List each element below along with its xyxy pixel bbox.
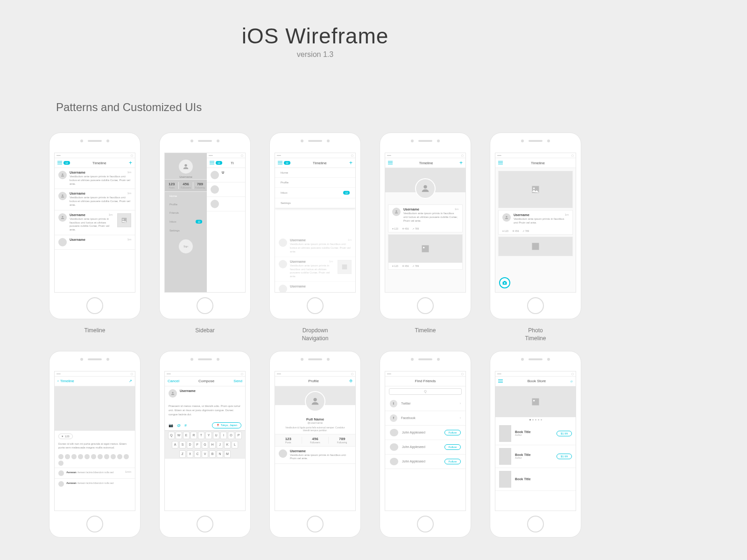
home-button[interactable]	[527, 297, 544, 314]
sidebar-item-inbox[interactable]: Inbox12	[165, 217, 207, 226]
timeline-post[interactable]: Username1mVestibulum ante ipsum primis i…	[55, 210, 135, 235]
menu-button[interactable]	[388, 161, 393, 165]
home-button[interactable]	[417, 297, 434, 314]
key-k[interactable]: K	[224, 441, 231, 448]
book-row[interactable]: Book Title	[495, 468, 576, 491]
menu-button[interactable]: 12	[57, 161, 70, 165]
home-button[interactable]	[307, 297, 324, 314]
page-subtitle: version 1.3	[0, 50, 630, 59]
friend-row[interactable]: John AppleseedFollow	[385, 440, 465, 455]
compose-textarea[interactable]: Praesent id metus massa, ut blandit odio…	[165, 400, 245, 420]
home-button[interactable]	[417, 516, 434, 532]
price-button[interactable]: $1.99	[557, 431, 572, 436]
signout-button[interactable]: Sign	[179, 239, 193, 253]
profile-avatar[interactable]	[179, 160, 193, 174]
key-w[interactable]: W	[176, 432, 182, 439]
facebook-row[interactable]: fFacebook›	[385, 411, 465, 426]
key-j[interactable]: J	[217, 441, 223, 448]
key-i[interactable]: I	[220, 432, 227, 439]
key-q[interactable]: Q	[168, 432, 175, 439]
search-input[interactable]: Q	[389, 388, 462, 395]
key-r[interactable]: R	[190, 432, 197, 439]
key-y[interactable]: Y	[205, 432, 212, 439]
dropdown-item-inbox[interactable]: Inbox12	[275, 188, 355, 198]
book-row[interactable]: Book TitleAuthor$1.99	[495, 445, 576, 468]
menu-button[interactable]	[498, 161, 503, 165]
location-pill[interactable]: 📍 Tokyo, Japan	[212, 422, 241, 428]
dropdown-item-home[interactable]: Home	[275, 168, 355, 178]
key-p[interactable]: P	[235, 432, 242, 439]
key-b[interactable]: B	[209, 450, 216, 458]
menu-button[interactable]	[498, 379, 503, 383]
menu-button[interactable]: 12	[278, 161, 290, 165]
home-button[interactable]	[197, 297, 213, 314]
key-n[interactable]: N	[217, 450, 223, 458]
key-d[interactable]: D	[187, 441, 193, 448]
dropdown-item-settings[interactable]: Settings	[275, 198, 355, 208]
key-z[interactable]: Z	[179, 450, 186, 458]
key-a[interactable]: A	[172, 441, 178, 448]
home-button[interactable]	[527, 516, 544, 532]
sidebar-item-settings[interactable]: Settings	[165, 226, 207, 235]
home-button[interactable]	[86, 297, 103, 314]
gear-icon[interactable]: ⚙	[349, 379, 352, 383]
key-l[interactable]: L	[232, 441, 238, 448]
send-button[interactable]: Send	[233, 379, 242, 383]
device-compose: •••••▢ CancelComposeSend Username Praese…	[159, 351, 251, 538]
key-m[interactable]: M	[224, 450, 231, 458]
navbar: 12 Timeline +	[55, 158, 135, 168]
sidebar-item-friends[interactable]: Friends	[165, 209, 207, 217]
key-f[interactable]: F	[194, 441, 201, 448]
key-x[interactable]: X	[187, 450, 193, 458]
hashtag-icon[interactable]: #	[184, 423, 186, 427]
svg-rect-14	[532, 243, 539, 250]
follow-button[interactable]: Follow	[444, 459, 461, 464]
dropdown-menu[interactable]: Home Profile Inbox12 Settings	[275, 168, 355, 208]
home-button[interactable]	[86, 516, 103, 532]
svg-rect-9	[422, 245, 429, 252]
search-icon[interactable]: ⌕	[571, 379, 573, 383]
back-button[interactable]: ‹ Timeline	[57, 379, 74, 383]
home-button[interactable]	[307, 516, 324, 532]
friend-row[interactable]: John AppleseedFollow	[385, 426, 465, 440]
share-button[interactable]: ↗	[129, 379, 132, 383]
key-u[interactable]: U	[213, 432, 219, 439]
key-v[interactable]: V	[202, 450, 208, 458]
key-e[interactable]: E	[183, 432, 190, 439]
timeline-post[interactable]: Username1mVestibulum ante ipsum primis i…	[55, 168, 135, 189]
mention-icon[interactable]: @	[177, 423, 181, 427]
profile-avatar[interactable]	[415, 178, 436, 199]
dropdown-item-profile[interactable]: Profile	[275, 178, 355, 188]
key-s[interactable]: S	[179, 441, 186, 448]
home-button[interactable]	[197, 516, 213, 532]
friend-row[interactable]: John AppleseedFollow	[385, 455, 465, 469]
add-button[interactable]: +	[349, 160, 352, 166]
book-row[interactable]: Book TitleAuthor$1.99	[495, 422, 576, 445]
add-button[interactable]: +	[129, 160, 132, 166]
twitter-row[interactable]: tTwitter›	[385, 397, 465, 411]
key-g[interactable]: G	[202, 441, 208, 448]
follow-button[interactable]: Follow	[444, 430, 461, 435]
sidebar-item-profile[interactable]: Profile	[165, 200, 207, 209]
follow-button[interactable]: Follow	[444, 444, 461, 450]
caption: Timeline	[85, 327, 106, 335]
camera-fab[interactable]	[499, 277, 510, 288]
timeline-post[interactable]: Username1m	[55, 235, 135, 250]
facebook-icon: f	[390, 414, 397, 422]
key-o[interactable]: O	[228, 432, 234, 439]
key-h[interactable]: H	[209, 441, 216, 448]
price-button[interactable]: $1.99	[557, 454, 572, 459]
camera-icon[interactable]: 📷	[169, 423, 173, 427]
sidebar-item-home[interactable]: Home	[165, 192, 207, 200]
key-c[interactable]: C	[194, 450, 201, 458]
svg-point-4	[123, 219, 124, 220]
svg-point-13	[506, 216, 507, 217]
timeline-post[interactable]: Username1mVestibulum ante ipsum primis i…	[55, 189, 135, 210]
svg-point-7	[423, 185, 427, 189]
cancel-button[interactable]: Cancel	[168, 379, 179, 383]
like-count[interactable]: ♥ 123	[58, 434, 73, 439]
sidebar-panel[interactable]: Username 123Posts456Followers789Followin…	[165, 153, 207, 292]
keyboard[interactable]: QWERTYUIOP ASDFGHJKL ZXCVBNM	[165, 430, 245, 459]
key-t[interactable]: T	[198, 432, 204, 439]
add-button[interactable]: +	[459, 160, 463, 166]
